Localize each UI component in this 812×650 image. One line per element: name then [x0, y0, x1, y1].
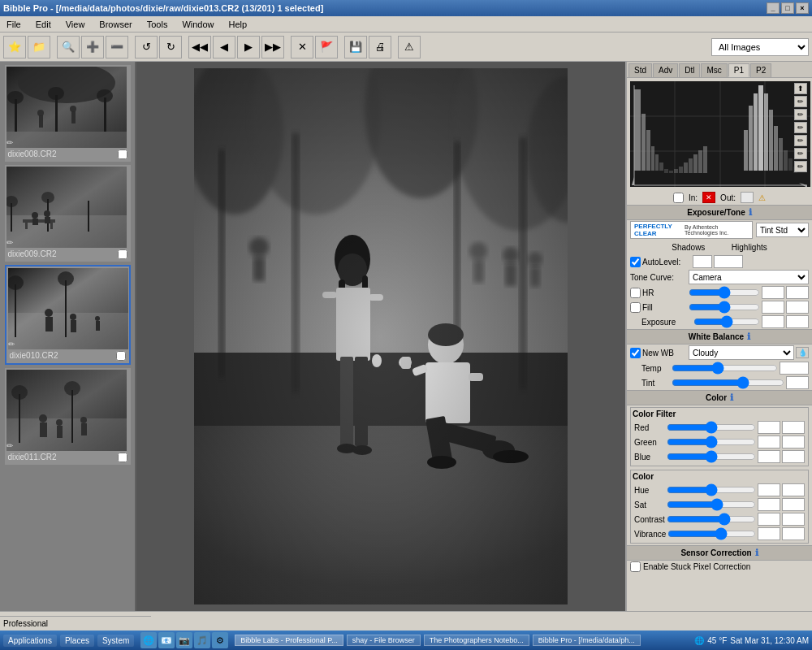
- blue-val1[interactable]: 0: [758, 450, 780, 463]
- hist-action-6[interactable]: ✏: [794, 148, 807, 159]
- taskbar-system[interactable]: System: [97, 635, 134, 647]
- app-icon-2[interactable]: 📧: [158, 632, 175, 648]
- hr-checkbox[interactable]: [630, 288, 641, 298]
- taskbar-item-notebook[interactable]: The Photographers Notebo...: [424, 635, 529, 646]
- tb-delete[interactable]: ✕: [291, 36, 313, 58]
- hr-val2[interactable]: 0: [786, 286, 809, 299]
- tb-zoom-in[interactable]: ➕: [81, 36, 104, 58]
- blue-val2[interactable]: 0: [782, 450, 805, 463]
- tint-val[interactable]: 30: [786, 376, 809, 389]
- tb-rotate-left[interactable]: ↺: [135, 36, 158, 58]
- tb-back[interactable]: ◀: [213, 36, 235, 58]
- app-icon-3[interactable]: 📷: [176, 632, 192, 648]
- tb-zoom-fit[interactable]: 🔍: [57, 36, 80, 58]
- hr-slider[interactable]: [689, 288, 760, 297]
- red-val2[interactable]: 0: [782, 421, 805, 434]
- sat-val2[interactable]: 0: [782, 498, 805, 511]
- menu-window[interactable]: Window: [179, 18, 217, 31]
- menu-tools[interactable]: Tools: [144, 18, 171, 31]
- exposure-tone-info-icon[interactable]: ℹ: [749, 207, 752, 218]
- tb-export[interactable]: 💾: [344, 36, 367, 58]
- thumb-check-2[interactable]: [118, 249, 127, 259]
- vibrance-slider[interactable]: [667, 529, 756, 539]
- out-box[interactable]: [741, 192, 754, 203]
- red-slider[interactable]: [667, 422, 756, 432]
- fill-checkbox[interactable]: [630, 302, 641, 313]
- fill-val2[interactable]: 0: [786, 301, 809, 314]
- maximize-button[interactable]: □: [781, 2, 794, 14]
- tab-p1[interactable]: P1: [728, 63, 749, 77]
- thumb-check-1[interactable]: [118, 150, 127, 159]
- close-button[interactable]: ×: [796, 2, 809, 14]
- new-wb-checkbox[interactable]: [630, 348, 641, 358]
- taskbar-item-bibble2[interactable]: Bibble Pro - [/media/data/ph...: [533, 635, 641, 646]
- tone-curve-dropdown[interactable]: Camera: [689, 270, 809, 284]
- tb-warn[interactable]: ⚠: [398, 36, 421, 58]
- wb-eyedrop[interactable]: 💧: [796, 347, 809, 358]
- tint-slider[interactable]: [672, 378, 784, 388]
- tab-adv[interactable]: Adv: [653, 63, 678, 77]
- tab-p2[interactable]: P2: [750, 63, 771, 77]
- tb-new[interactable]: ⭐: [3, 36, 26, 58]
- thumb-check-4[interactable]: [118, 453, 127, 462]
- autolevel-checkbox[interactable]: [630, 257, 641, 267]
- menu-help[interactable]: Help: [226, 18, 251, 31]
- sat-slider[interactable]: [667, 500, 756, 509]
- fill-slider[interactable]: [689, 302, 760, 312]
- color-info-icon[interactable]: ℹ: [730, 392, 733, 403]
- minimize-button[interactable]: _: [767, 2, 780, 14]
- hr-val1[interactable]: 0: [762, 286, 784, 299]
- menu-edit[interactable]: Edit: [32, 18, 54, 31]
- tb-prev[interactable]: ◀◀: [188, 36, 211, 58]
- menu-file[interactable]: File: [3, 18, 24, 31]
- tab-std[interactable]: Std: [628, 63, 652, 77]
- blue-slider[interactable]: [667, 452, 756, 462]
- green-val2[interactable]: 0: [782, 436, 805, 448]
- tb-rotate-right[interactable]: ↻: [159, 36, 182, 58]
- sensor-correction-info-icon[interactable]: ℹ: [755, 548, 758, 558]
- taskbar-applications[interactable]: Applications: [3, 635, 57, 647]
- vibrance-val2[interactable]: 0: [782, 527, 805, 540]
- menu-browser[interactable]: Browser: [96, 18, 135, 31]
- hue-val2[interactable]: 0: [782, 483, 805, 496]
- tb-open[interactable]: 📁: [28, 36, 50, 58]
- thumbnail-dixie010[interactable]: dixie010.CR2 ✏: [5, 265, 131, 365]
- hist-action-3[interactable]: ✏: [794, 109, 807, 120]
- tb-fwd[interactable]: ▶: [237, 36, 260, 58]
- in-checkbox[interactable]: [673, 193, 684, 203]
- temp-val[interactable]: 5396: [780, 362, 809, 375]
- hist-action-2[interactable]: ✏: [794, 96, 807, 107]
- hist-action-5[interactable]: ✏: [794, 135, 807, 146]
- app-icon-4[interactable]: 🎵: [194, 632, 210, 648]
- wb-preset-dropdown[interactable]: Cloudy: [689, 345, 794, 360]
- contrast-val1[interactable]: 35: [758, 513, 780, 526]
- autolevel-val1[interactable]: 5: [693, 255, 712, 268]
- hue-val1[interactable]: 0: [758, 483, 780, 496]
- red-val1[interactable]: 0: [758, 421, 780, 434]
- exposure-val2[interactable]: 0: [786, 315, 809, 328]
- temp-slider[interactable]: [672, 363, 778, 373]
- vibrance-val1[interactable]: 25: [758, 527, 780, 540]
- white-balance-info-icon[interactable]: ℹ: [747, 332, 750, 342]
- thumbnail-dixie009[interactable]: dixie009.CR2 ✏: [5, 165, 131, 262]
- autolevel-val2[interactable]: 0.001: [714, 255, 743, 268]
- stuck-pixel-checkbox[interactable]: [630, 561, 641, 572]
- tab-dtl[interactable]: Dtl: [679, 63, 700, 77]
- tb-next[interactable]: ▶▶: [261, 36, 284, 58]
- taskbar-item-bibble[interactable]: Bibble Labs - Professional P...: [235, 635, 343, 646]
- hist-action-7[interactable]: ✏: [794, 161, 807, 172]
- tb-print[interactable]: 🖨: [369, 36, 391, 58]
- hue-slider[interactable]: [667, 485, 756, 495]
- exposure-val1[interactable]: 0: [762, 315, 784, 328]
- taskbar-places[interactable]: Places: [60, 635, 94, 647]
- tb-zoom-out[interactable]: ➖: [106, 36, 128, 58]
- thumb-check-3[interactable]: [116, 351, 126, 361]
- thumbnail-dixie011[interactable]: dixie011.CR2 ✏: [5, 368, 131, 465]
- thumbnail-dixie008[interactable]: dixie008.CR2 ✏: [5, 65, 131, 162]
- hist-action-4[interactable]: ✏: [794, 122, 807, 133]
- fill-val1[interactable]: 0.5: [762, 301, 784, 314]
- hist-action-1[interactable]: ⬆: [794, 83, 807, 94]
- app-icon-1[interactable]: 🌐: [140, 632, 157, 648]
- green-val1[interactable]: 0: [758, 436, 780, 448]
- in-x-btn[interactable]: ✕: [702, 192, 715, 203]
